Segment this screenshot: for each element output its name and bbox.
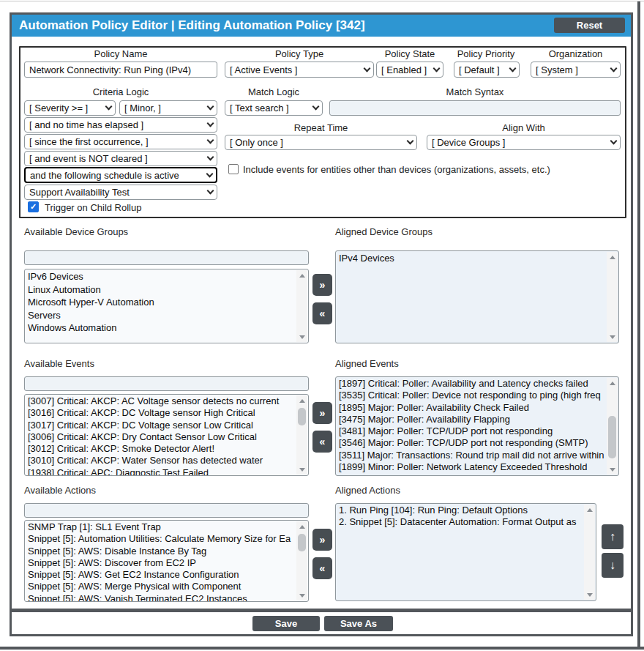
available-actions-list[interactable]: SNMP Trap [1]: SL1 Event Trap Snippet [5… [24,520,309,602]
chevron-down-icon [207,187,214,195]
actions-unalign-button[interactable]: « [312,557,332,579]
list-item[interactable]: [3010] Critical: AKCP: Water Sensor has … [25,455,308,466]
chevron-down-icon [105,103,113,111]
list-item[interactable]: [3012] Critical: AKCP: Smoke Detector Al… [25,443,308,455]
scrollbar[interactable] [607,252,618,342]
scrollbar[interactable] [607,378,618,475]
move-action-up-button[interactable]: ↑ [602,524,624,549]
list-item[interactable]: [3017] Critical: AKCP: DC Voltage sensor… [25,420,308,431]
list-item[interactable]: [1895] Major: Poller: Availability Check… [336,402,618,414]
device-groups-unalign-button[interactable]: « [312,302,332,324]
device-groups-align-button[interactable]: » [312,274,332,296]
events-align-button[interactable]: » [312,402,332,424]
list-item[interactable]: Microsoft Hyper-V Automation [25,296,308,309]
match-logic-label: Match Logic [225,86,323,97]
scrollbar-thumb[interactable] [298,534,306,551]
save-as-button[interactable]: Save As [324,616,393,631]
scroll-down-icon[interactable] [607,464,618,475]
policy-name-input[interactable] [24,62,217,78]
double-chevron-right-icon: » [320,407,326,419]
list-item[interactable]: Snippet [5]: AWS: Disable Instance By Ta… [25,546,308,557]
scroll-down-icon[interactable] [584,589,595,600]
list-item[interactable]: [1938] Critical: APC: Diagnostic Test Fa… [25,467,308,476]
repeat-time-select[interactable]: [ Only once ] [225,135,417,150]
scrollbar[interactable] [296,395,307,475]
list-item[interactable]: [3481] Major: Poller: TCP/UDP port not r… [336,425,618,437]
repeat-time-label: Repeat Time [225,122,417,133]
scrollbar-thumb[interactable] [298,408,306,425]
criteria-severity-select[interactable]: [ Severity >= ] [24,100,116,116]
align-with-select[interactable]: [ Device Groups ] [427,135,621,150]
criteria-occurrence-select[interactable]: [ since the first occurrence, ] [24,134,217,149]
match-syntax-label: Match Syntax [329,86,621,97]
list-item[interactable]: Snippet [5]: Automation Utilities: Calcu… [25,533,308,545]
move-action-down-button[interactable]: ↓ [602,553,624,578]
list-item[interactable]: [3007] Critical: AKCP: AC Voltage sensor… [25,395,308,407]
scroll-up-icon[interactable] [296,395,307,406]
events-unalign-button[interactable]: « [312,431,332,453]
list-item[interactable]: [1899] Minor: Poller: Network Latency Ex… [336,461,618,473]
device-groups-search-input[interactable] [24,250,309,265]
title-bar: Automation Policy Editor | Editing Autom… [12,15,631,37]
match-logic-select[interactable]: [ Text search ] [225,100,323,116]
actions-search-input[interactable] [24,503,309,518]
policy-priority-label: Policy Priority [449,48,523,59]
list-item[interactable]: Snippet [5]: AWS: Merge Physical with Co… [25,581,308,592]
scroll-up-icon[interactable] [296,521,307,532]
list-item[interactable]: Snippet [5]: AWS: Get EC2 Instance Confi… [25,569,308,581]
actions-align-button[interactable]: » [312,529,332,551]
organization-select[interactable]: [ System ] [531,62,621,78]
criteria-schedule-select[interactable]: and the following schedule is active [24,167,217,183]
scrollbar-thumb[interactable] [608,416,616,458]
scroll-up-icon[interactable] [607,252,618,262]
criteria-schedule-value-select[interactable]: Support Availability Test [24,185,217,200]
aligned-events-list[interactable]: [1897] Critical: Poller: Availability an… [335,376,619,476]
criteria-cleared-select[interactable]: [ and event is NOT cleared ] [24,151,217,166]
available-events-list[interactable]: [3007] Critical: AKCP: AC Voltage sensor… [24,394,309,476]
list-item[interactable]: 1. Run Ping [104]: Run Ping: Default Opt… [336,505,596,516]
list-item[interactable]: IPv4 Devices [336,252,618,265]
save-button[interactable]: Save [252,616,320,631]
list-item[interactable]: [3475] Major: Poller: Availability Flapp… [336,414,618,425]
list-item[interactable]: IPv6 Devices [25,270,308,283]
list-item[interactable]: [3511] Major: Transactions: Round trip m… [336,450,618,461]
reset-button[interactable]: Reset [554,18,625,33]
scroll-up-icon[interactable] [584,505,595,515]
list-item[interactable]: Servers [25,309,308,322]
scroll-down-icon[interactable] [296,590,307,600]
scrollbar[interactable] [296,270,307,342]
list-item[interactable]: [3006] Critical: AKCP: Dry Contact Senso… [25,431,308,443]
include-events-checkbox[interactable] [228,164,239,174]
scrollbar[interactable] [584,505,595,600]
list-item[interactable]: Snippet [5]: AWS: Discover from EC2 IP [25,557,308,569]
list-item[interactable]: Snippet [5]: AWS: Vanish Terminated EC2 … [25,593,308,602]
policy-priority-select[interactable]: [ Default ] [454,62,520,78]
aligned-device-groups-list[interactable]: IPv4 Devices [335,250,619,343]
align-with-label: Align With [427,122,621,133]
list-item[interactable]: [3535] Critical: Poller: Device not resp… [336,390,618,401]
scroll-down-icon[interactable] [607,332,618,342]
list-item[interactable]: [3016] Critical: AKCP: DC Voltage sensor… [25,407,308,419]
trigger-rollup-checkbox[interactable]: ✓ [28,201,39,212]
list-item[interactable]: 2. Snippet [5]: Datacenter Automation: F… [336,516,596,528]
list-item[interactable]: Windows Automation [25,321,308,335]
criteria-time-elapsed-select[interactable]: [ and no time has elapsed ] [24,117,217,133]
aligned-actions-list[interactable]: 1. Run Ping [104]: Run Ping: Default Opt… [335,503,596,601]
scroll-up-icon[interactable] [296,270,307,280]
list-item[interactable]: SNMP Trap [1]: SL1 Event Trap [25,521,308,533]
scrollbar[interactable] [296,521,307,600]
policy-state-select[interactable]: [ Enabled ] [376,62,443,78]
chevron-down-icon [207,103,214,111]
policy-type-select[interactable]: [ Active Events ] [225,62,374,78]
available-device-groups-list[interactable]: IPv6 Devices Linux Automation Microsoft … [24,269,309,343]
events-search-input[interactable] [24,376,309,391]
scroll-down-icon[interactable] [296,464,307,475]
scroll-down-icon[interactable] [296,332,307,342]
criteria-severity-value-select[interactable]: [ Minor, ] [119,100,217,116]
list-item[interactable]: [3546] Major: Poller: TCP/UDP port not r… [336,437,618,449]
list-item[interactable]: Linux Automation [25,283,308,297]
match-syntax-input[interactable] [329,100,621,116]
scroll-up-icon[interactable] [607,378,618,388]
list-item[interactable]: [1897] Critical: Poller: Availability an… [336,378,618,390]
chevron-down-icon [207,137,214,144]
